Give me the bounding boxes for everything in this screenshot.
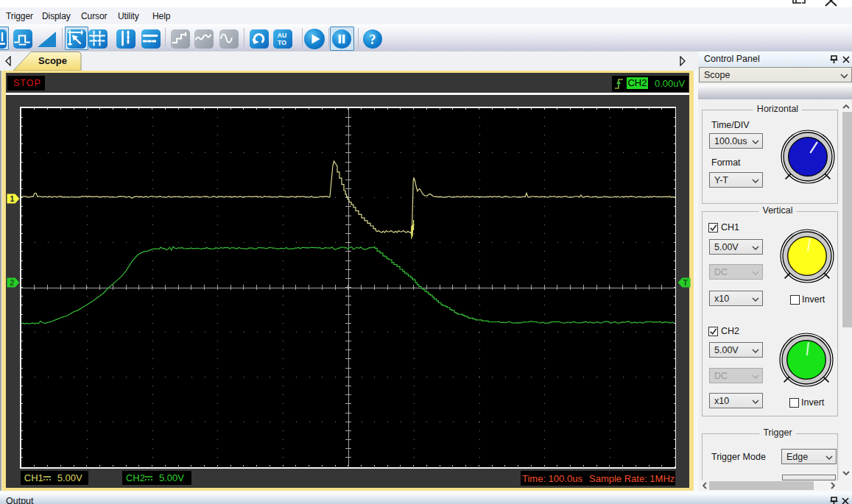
svg-text:T: T (683, 277, 688, 286)
svg-text:2: 2 (10, 277, 14, 286)
svg-text:TO: TO (278, 39, 286, 46)
svg-text:AU: AU (278, 32, 287, 39)
svg-text:1: 1 (10, 194, 14, 202)
svg-text:?: ? (370, 32, 376, 47)
